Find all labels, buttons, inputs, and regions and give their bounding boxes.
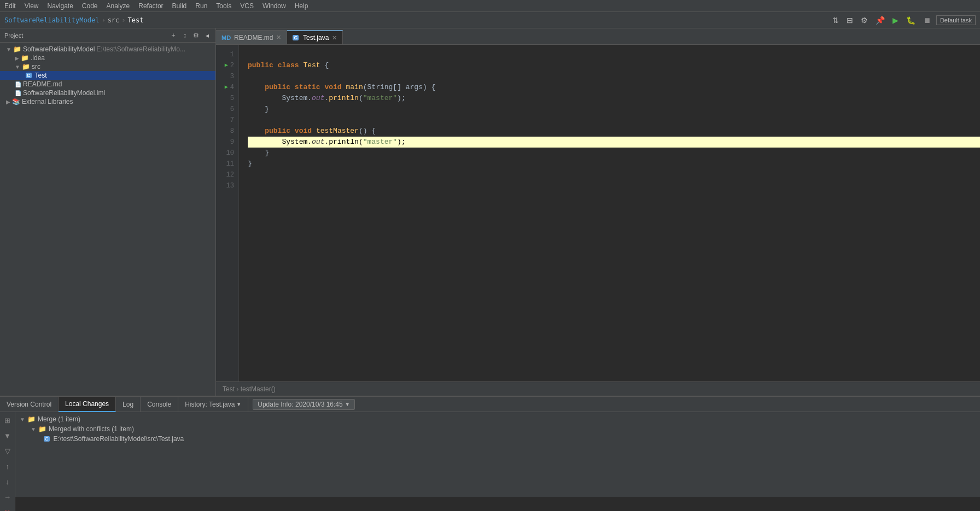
menu-tools[interactable]: Tools xyxy=(216,2,231,10)
chevron-right-icon: ▶ xyxy=(15,55,19,61)
merge-folder-icon: 📁 xyxy=(27,415,36,423)
expand-button[interactable]: ◂ xyxy=(203,30,211,41)
menu-vcs[interactable]: VCS xyxy=(240,2,254,10)
version-control-label: Version Control xyxy=(7,401,51,408)
add-button[interactable]: ＋ xyxy=(168,30,179,41)
status-breadcrumb: Test › testMaster() xyxy=(216,381,980,396)
code-line-12 xyxy=(248,169,980,180)
chevron-down-icon: ▼ xyxy=(6,46,11,52)
tree-src-folder[interactable]: ▼ 📁 src xyxy=(0,62,215,71)
line-2: ▶2 xyxy=(216,60,238,71)
line-7: 7 xyxy=(216,115,238,126)
tree-readme[interactable]: 📄 README.md xyxy=(0,80,215,89)
update-info-button[interactable]: Update Info: 2020/10/3 16:45 ▼ xyxy=(253,399,354,410)
java-file-icon: C xyxy=(26,73,32,78)
bottom-tab-version-control[interactable]: Version Control xyxy=(0,397,59,412)
bottom-tab-log[interactable]: Log xyxy=(116,397,141,412)
idea-folder-icon: 📁 xyxy=(21,54,29,62)
menu-code[interactable]: Code xyxy=(82,2,98,10)
menu-analyze[interactable]: Analyze xyxy=(107,2,130,10)
move-down-btn[interactable]: ↓ xyxy=(2,475,14,487)
code-line-1 xyxy=(248,49,980,60)
main-layout: Project ＋ ↕ ⚙ ◂ ▼ 📁 SoftwareReliabilityM… xyxy=(0,28,980,396)
project-folder-icon: 📁 xyxy=(13,45,21,53)
menu-help[interactable]: Help xyxy=(295,2,308,10)
merge-root-item[interactable]: ▼ 📁 Merge (1 item) xyxy=(15,414,980,424)
tree-test-java[interactable]: C Test xyxy=(0,71,215,80)
filter-btn[interactable]: ▽ xyxy=(2,445,14,457)
line-11: 11 xyxy=(216,158,238,169)
history-dropdown-icon[interactable]: ▼ xyxy=(236,402,241,407)
idea-folder-label: .idea xyxy=(31,54,45,62)
chevron-right-icon2: ▶ xyxy=(6,99,10,105)
breadcrumb-src[interactable]: src xyxy=(108,16,120,24)
menu-bar: Edit View Navigate Code Analyze Refactor… xyxy=(0,0,980,12)
menu-navigate[interactable]: Navigate xyxy=(47,2,73,10)
default-task-button[interactable]: Default task xyxy=(936,15,976,25)
gear-button[interactable]: ⚙ xyxy=(191,30,201,41)
stop-button[interactable]: ⏹ xyxy=(921,15,933,26)
tree-root[interactable]: ▼ 📁 SoftwareReliabilityModel E:\test\Sof… xyxy=(0,45,215,54)
bottom-tab-history[interactable]: History: Test.java ▼ xyxy=(178,397,248,412)
tab-readme[interactable]: MD README.md ✕ xyxy=(216,30,287,44)
run-build-button[interactable]: ▶ xyxy=(890,15,901,26)
conflict-file-label: E:\test\SoftwareReliabilityModel\src\Tes… xyxy=(54,435,184,443)
editor-area: MD README.md ✕ C Test.java ✕ 1 ▶2 3 ▶4 5… xyxy=(216,28,980,396)
code-line-2: public class Test { xyxy=(248,60,980,71)
tree-idea-folder[interactable]: ▶ 📁 .idea xyxy=(0,54,215,62)
move-up-btn[interactable]: ↑ xyxy=(2,460,14,472)
merged-with-conflicts-item[interactable]: ▼ 📁 Merged with conflicts (1 item) xyxy=(15,424,980,434)
settings-button[interactable]: ⚙ xyxy=(859,15,870,26)
conflict-chevron-down: ▼ xyxy=(31,426,36,432)
code-line-10: } xyxy=(248,148,980,158)
move-btn[interactable]: → xyxy=(2,491,14,503)
line-13: 13 xyxy=(216,180,238,191)
run-line4[interactable]: ▶ xyxy=(225,82,228,93)
line-12: 12 xyxy=(216,169,238,180)
bottom-tab-console[interactable]: Console xyxy=(141,397,178,412)
remove-btn[interactable]: ✕ xyxy=(2,506,14,511)
tree-iml[interactable]: 📄 SoftwareReliabilityModel.iml xyxy=(0,89,215,97)
testjava-tab-label: Test.java xyxy=(303,34,329,42)
tab-testjava[interactable]: C Test.java ✕ xyxy=(287,30,343,44)
readme-tab-icon: MD xyxy=(221,34,231,41)
menu-run[interactable]: Run xyxy=(195,2,207,10)
run-debug-button[interactable]: 🐛 xyxy=(904,15,918,26)
tree-external-libraries[interactable]: ▶ 📚 External Libraries xyxy=(0,97,215,106)
md-file-icon: 📄 xyxy=(15,81,21,87)
menu-window[interactable]: Window xyxy=(262,2,286,10)
testjava-close-button[interactable]: ✕ xyxy=(332,34,337,42)
bottom-panel: Version Control Local Changes Log Consol… xyxy=(0,396,980,497)
menu-refactor[interactable]: Refactor xyxy=(138,2,163,10)
code-editor[interactable]: 1 ▶2 3 ▶4 5 6 7 8 9 10 11 12 13 public c… xyxy=(216,45,980,381)
merge-chevron-down: ▼ xyxy=(20,416,25,422)
code-content[interactable]: public class Test { public static void m… xyxy=(239,45,980,381)
breadcrumb-test[interactable]: Test xyxy=(128,16,144,24)
line-numbers: 1 ▶2 3 ▶4 5 6 7 8 9 10 11 12 13 xyxy=(216,45,239,381)
toolbar: SoftwareReliabilityModel › src › Test ⇅ … xyxy=(0,12,980,28)
project-tree: ▼ 📁 SoftwareReliabilityModel E:\test\Sof… xyxy=(0,43,215,396)
conflict-file-item[interactable]: C E:\test\SoftwareReliabilityModel\src\T… xyxy=(15,434,980,444)
project-root-name: SoftwareReliabilityModel xyxy=(23,45,95,53)
test-java-label: Test xyxy=(35,72,47,79)
menu-build[interactable]: Build xyxy=(172,2,187,10)
readme-tab-label: README.md xyxy=(234,34,273,42)
readme-close-button[interactable]: ✕ xyxy=(276,34,281,41)
expand-all-tool-btn[interactable]: ▼ xyxy=(2,430,14,442)
history-label: History: Test.java xyxy=(185,401,235,408)
sort-button[interactable]: ⇅ xyxy=(830,15,841,26)
run-line2[interactable]: ▶ xyxy=(225,60,228,71)
external-libraries-label: External Libraries xyxy=(22,98,73,105)
breadcrumb-project[interactable]: SoftwareReliabilityModel xyxy=(4,16,99,24)
console-label: Console xyxy=(147,401,171,408)
sync-button[interactable]: ↕ xyxy=(181,30,189,41)
menu-view[interactable]: View xyxy=(25,2,39,10)
bottom-tab-local-changes[interactable]: Local Changes xyxy=(59,397,116,412)
menu-edit[interactable]: Edit xyxy=(4,2,16,10)
collapse-all-tool-btn[interactable]: ⊞ xyxy=(2,414,14,426)
iml-file-icon: 📄 xyxy=(15,90,21,96)
code-line-7 xyxy=(248,115,980,126)
src-folder-icon: 📁 xyxy=(22,63,30,71)
pin-button[interactable]: 📌 xyxy=(873,15,887,26)
collapse-all-button[interactable]: ⊟ xyxy=(844,15,855,26)
